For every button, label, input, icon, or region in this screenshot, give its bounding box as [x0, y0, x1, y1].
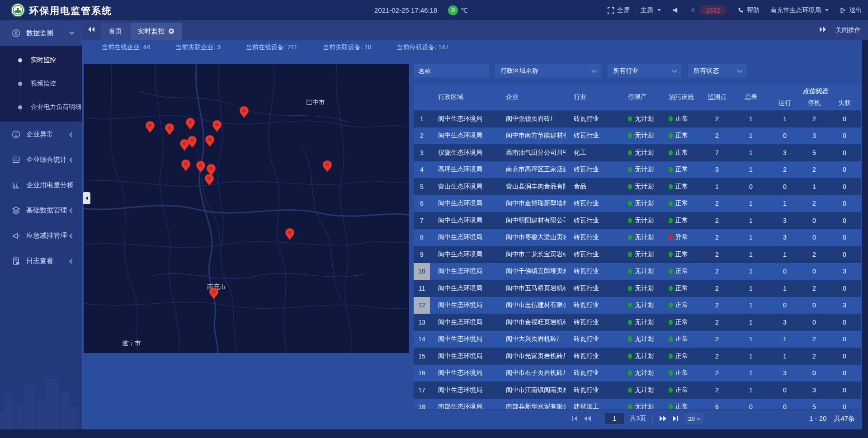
table-row[interactable]: 18南部生态环境局南部县新华水泥有限公建材加工无计划正常60050 — [414, 399, 861, 410]
sidebar-item-label: 日志查看 — [26, 257, 53, 265]
map-pin-icon[interactable] — [181, 159, 191, 172]
sidebar-item-日志查看[interactable]: 日志查看 — [0, 248, 82, 273]
fullscreen-button[interactable]: 全屏 — [607, 6, 630, 14]
cell-facility-status: 正常 — [660, 246, 701, 263]
map-pin-icon[interactable] — [204, 174, 214, 186]
cell-facility-status: 正常 — [660, 280, 701, 297]
sidebar-item-企业用电量分析[interactable]: 企业用电量分析 — [0, 172, 82, 198]
table-row[interactable]: 6阆中生态环境局阆中市金博瑞新型墙材砖瓦行业无计划正常21120 — [414, 195, 861, 212]
sidebar-item-基础数据管理[interactable]: 基础数据管理 — [0, 198, 82, 223]
sidebar-item-label: 企业用电量分析 — [26, 181, 74, 189]
cell-region: 阆中生态环境局 — [430, 297, 498, 314]
map-pin-icon[interactable] — [165, 123, 175, 136]
table-row[interactable]: 5营山生态环境局营山县润丰肉食品有限食品无计划正常10010 — [414, 178, 861, 195]
map-pin-icon[interactable] — [187, 136, 197, 148]
table-row[interactable]: 8阆中生态环境局阆中市枣碧大梁山页岩砖瓦行业无计划异常21300 — [414, 229, 861, 246]
cell-facility-status: 正常 — [660, 348, 701, 365]
map-pin-icon[interactable] — [212, 120, 222, 132]
status-dot-green — [669, 150, 673, 155]
temperature-value: 0 — [448, 5, 458, 15]
cell-industry: 砖瓦行业 — [566, 229, 620, 246]
total-count-label: 共47条 — [834, 414, 855, 423]
cell-meter: 1 — [733, 263, 769, 280]
table-row[interactable]: 13阆中生态环境局阆中市金福旺页岩机砖砖瓦行业无计划正常21300 — [414, 314, 861, 331]
table-row[interactable]: 17阆中生态环境局阆中市江南镇阆南页岩砖瓦行业无计划正常21030 — [414, 381, 861, 399]
sidebar-subitem-企业电力负荷明细[interactable]: 企业电力负荷明细 — [0, 95, 82, 119]
notifications[interactable]: 2632 — [689, 5, 726, 15]
status-filter-select[interactable]: 所有状态 — [688, 64, 747, 78]
cell-meter: 1 — [733, 331, 769, 348]
map-pin-icon[interactable] — [205, 135, 215, 147]
map-panel[interactable]: 巴中市南充市遂宁市 — [84, 64, 409, 353]
map-pin-icon[interactable] — [196, 160, 206, 173]
sidebar-subitem-视频监控[interactable]: 视频监控 — [0, 72, 82, 95]
map-pin-icon[interactable] — [322, 160, 332, 173]
cell-run: 3 — [769, 365, 801, 382]
table-row[interactable]: 9阆中生态环境局阆中市二龙长宝页岩砖砖瓦行业无计划正常21120 — [414, 246, 861, 263]
help-button[interactable]: 帮助 — [737, 6, 760, 14]
cell-company: 阆中市金福旺页岩机砖 — [498, 314, 566, 331]
cell-production-status: 无计划 — [620, 263, 660, 280]
tabs-scroll-right-icon[interactable] — [819, 26, 826, 34]
sidebar-item-数据监测[interactable]: 数据监测 — [0, 20, 82, 46]
tab-实时监控[interactable]: 实时监控 — [130, 23, 182, 40]
cell-run: 0 — [769, 178, 801, 195]
tabs-scroll-left-icon[interactable] — [88, 26, 95, 34]
map-pin-icon[interactable] — [285, 228, 295, 240]
org-dropdown[interactable]: 南充市生态环境局 — [770, 6, 829, 14]
tab-首页[interactable]: 首页 — [101, 23, 129, 40]
sidebar-item-应急减排管理[interactable]: 应急减排管理 — [0, 223, 82, 248]
cell-points: 2 — [701, 365, 733, 382]
cell-points: 6 — [701, 399, 733, 410]
logout-button[interactable]: 退出 — [840, 6, 862, 14]
cell-points: 2 — [701, 297, 733, 314]
table-row[interactable]: 7阆中生态环境局阆中明阳建材有限公司砖瓦行业无计划正常21300 — [414, 212, 861, 229]
close-operations-button[interactable]: 关闭操作 — [835, 26, 861, 34]
page-number-input[interactable] — [604, 413, 624, 424]
region-filter-select[interactable]: 行政区域名称 — [495, 64, 601, 78]
table-row[interactable]: 2阆中生态环境局阆中市南方节能建材有砖瓦行业无计划正常21030 — [414, 127, 861, 145]
table-row[interactable]: 12阆中生态环境局阆中市忠信建材有限公砖瓦行业无计划正常21003 — [414, 297, 861, 314]
sidebar-item-企业综合统计[interactable]: 企业综合统计 — [0, 147, 82, 172]
mute-button[interactable] — [672, 7, 679, 14]
map-pin-icon[interactable] — [209, 287, 219, 300]
industry-filter-select[interactable]: 所有行业 — [608, 64, 682, 78]
table-row[interactable]: 15阆中生态环境局阆中市光富页岩机砖厂砖瓦行业无计划正常21120 — [414, 348, 861, 365]
sidebar-subitem-实时监控[interactable]: 实时监控 — [0, 48, 82, 72]
map-pin-icon[interactable] — [239, 106, 249, 118]
status-dot-green — [669, 116, 673, 122]
cell-facility-status: 正常 — [660, 161, 701, 179]
cell-index: 8 — [414, 229, 430, 246]
next-page-icon[interactable] — [659, 415, 667, 422]
table-row[interactable]: 11阆中生态环境局阆中市五马桥页岩机砖砖瓦行业无计划正常21120 — [414, 280, 861, 297]
panel-collapse-handle[interactable] — [83, 192, 90, 204]
stats-icon — [12, 155, 20, 164]
page-size-select[interactable]: 20 — [684, 413, 703, 424]
cell-meter: 1 — [733, 348, 769, 365]
sidebar-group: 企业综合统计 — [0, 147, 82, 172]
chevron-left-icon — [69, 208, 74, 213]
theme-dropdown[interactable]: 主题 — [641, 6, 661, 14]
table-row[interactable]: 3仪陇生态环境局西南油气田分公司川中化工无计划正常71350 — [414, 144, 861, 161]
table-row[interactable]: 14阆中生态环境局阆中大兴页岩机砖厂砖瓦行业无计划正常21120 — [414, 331, 861, 348]
map-pin-icon[interactable] — [185, 118, 195, 130]
table-row[interactable]: 16阆中生态环境局阆中市石子页岩机砖厂砖瓦行业无计划正常21300 — [414, 365, 861, 382]
sidebar-item-企业异常[interactable]: 企业异常 — [0, 122, 82, 147]
tab-close-icon[interactable] — [168, 28, 175, 34]
divider — [652, 414, 653, 423]
last-page-icon[interactable] — [672, 415, 679, 422]
cell-points: 2 — [701, 381, 733, 399]
tabs-holder: 首页实时监控 — [101, 20, 183, 40]
cell-stop: 2 — [801, 161, 828, 179]
map-pin-icon[interactable] — [145, 121, 155, 133]
table-row[interactable]: 4高坪生态环境局南充市高坪区王家店建砖瓦行业无计划正常31220 — [414, 161, 861, 179]
cell-lost: 0 — [828, 229, 861, 246]
table-row[interactable]: 10阆中生态环境局阆中千佛镇五郎垭页岩砖瓦行业无计划正常21003 — [414, 263, 861, 280]
first-page-icon[interactable] — [571, 415, 578, 422]
cell-meter: 1 — [733, 365, 769, 382]
status-dot-green — [628, 218, 632, 223]
prev-page-icon[interactable] — [584, 415, 591, 422]
cell-industry: 砖瓦行业 — [566, 263, 620, 280]
name-filter-input[interactable] — [414, 64, 489, 78]
table-row[interactable]: 1阆中生态环境局阆中强锐页岩砖厂砖瓦行业无计划正常21120 — [414, 110, 861, 127]
